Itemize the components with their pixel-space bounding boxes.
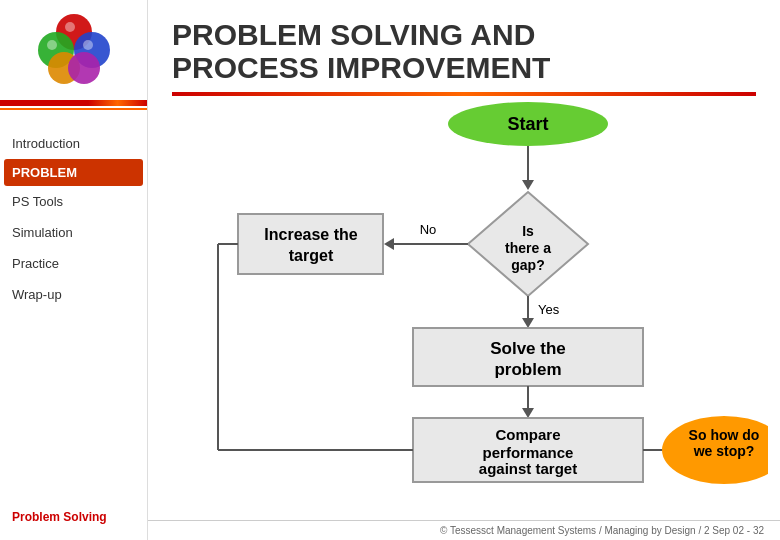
footer: © Tessessct Management Systems / Managin… [148, 520, 780, 540]
svg-text:gap?: gap? [511, 257, 544, 273]
problem-solving-label: Problem Solving [12, 510, 107, 524]
sidebar-decoration [0, 100, 147, 106]
title-area: PROBLEM SOLVING AND PROCESS IMPROVEMENT [148, 0, 780, 96]
increase-text-2: target [289, 247, 334, 264]
flowchart-svg: Start Is there a gap? No Increase the ta… [158, 96, 768, 496]
app-logo-icon [34, 12, 114, 92]
increase-text-1: Increase the [264, 226, 357, 243]
svg-point-6 [47, 40, 57, 50]
svg-point-4 [68, 52, 100, 84]
svg-point-7 [83, 40, 93, 50]
svg-marker-15 [522, 318, 534, 328]
sidebar-item-label: Introduction [12, 136, 80, 151]
yes-label-text: Yes [538, 302, 560, 317]
solve-text-1: Solve the [490, 339, 566, 358]
title-line1: PROBLEM SOLVING AND [172, 18, 535, 51]
main-content: PROBLEM SOLVING AND PROCESS IMPROVEMENT … [148, 0, 780, 540]
sidebar-item-practice[interactable]: Practice [0, 248, 147, 279]
sidebar-item-label: PROBLEM [12, 165, 77, 180]
sidebar-item-simulation[interactable]: Simulation [0, 217, 147, 248]
stop-text-2: we stop? [693, 443, 755, 459]
compare-text-2: performance [483, 444, 574, 461]
diamond-text: Is [522, 223, 534, 239]
page-title: PROBLEM SOLVING AND PROCESS IMPROVEMENT [172, 18, 756, 84]
no-label-text: No [420, 222, 437, 237]
sidebar-item-ps-tools[interactable]: PS Tools [0, 186, 147, 217]
stop-text-1: So how do [689, 427, 760, 443]
footer-text: © Tessessct Management Systems / Managin… [440, 525, 764, 536]
sidebar-decoration-2 [0, 108, 147, 110]
sidebar-item-label: Practice [12, 256, 59, 271]
sidebar-logo [0, 0, 147, 100]
compare-text-1: Compare [495, 426, 560, 443]
increase-box-shape [238, 214, 383, 274]
solve-text-2: problem [494, 360, 561, 379]
svg-marker-9 [522, 180, 534, 190]
title-line2: PROCESS IMPROVEMENT [172, 51, 550, 84]
sidebar-item-introduction[interactable]: Introduction [0, 128, 147, 159]
svg-text:there a: there a [505, 240, 551, 256]
sidebar-item-wrap-up[interactable]: Wrap-up [0, 279, 147, 310]
svg-marker-17 [522, 408, 534, 418]
svg-marker-13 [384, 238, 394, 250]
sidebar-nav: Introduction PROBLEM PS Tools Simulation… [0, 128, 147, 502]
compare-text-3: against target [479, 460, 577, 477]
start-label-text: Start [507, 114, 548, 134]
svg-point-5 [65, 22, 75, 32]
sidebar-item-label: Wrap-up [12, 287, 62, 302]
flowchart-area: Start Is there a gap? No Increase the ta… [158, 96, 770, 520]
sidebar: Introduction PROBLEM PS Tools Simulation… [0, 0, 148, 540]
sidebar-item-label: PS Tools [12, 194, 63, 209]
sidebar-item-label: Simulation [12, 225, 73, 240]
sidebar-bottom-label: Problem Solving [0, 502, 147, 540]
sidebar-item-problem[interactable]: PROBLEM [4, 159, 143, 186]
